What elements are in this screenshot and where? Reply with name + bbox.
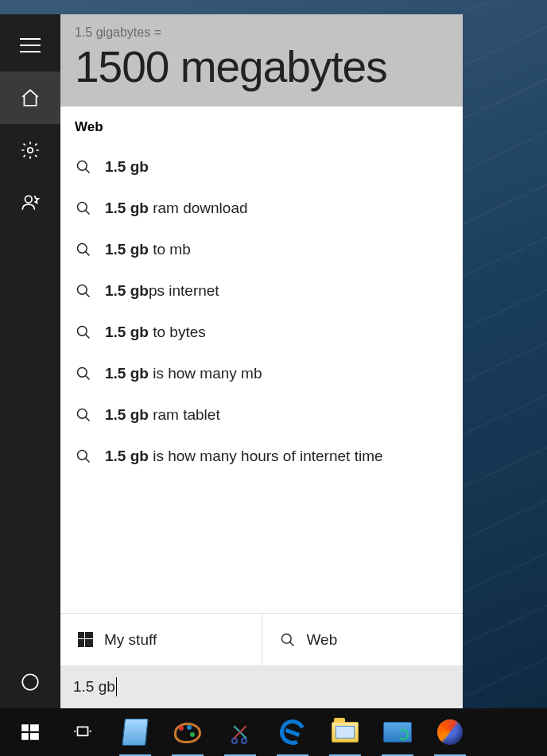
- svg-point-6: [78, 285, 87, 295]
- web-suggestions-section: Web 1.5 gb1.5 gb ram download1.5 gb to m…: [60, 107, 463, 613]
- search-suggestion[interactable]: 1.5 gb ram tablet: [75, 394, 448, 436]
- scissors-icon: [228, 720, 252, 744]
- search-suggestion[interactable]: 1.5 gb: [75, 146, 448, 188]
- windows-start-icon: [20, 722, 41, 742]
- taskbar-file-explorer[interactable]: [320, 708, 370, 756]
- search-icon: [75, 282, 92, 300]
- svg-rect-12: [21, 724, 29, 731]
- taskbar-paint[interactable]: [162, 708, 213, 756]
- menu-button[interactable]: [0, 19, 60, 72]
- search-suggestion[interactable]: 1.5 gb ram download: [75, 188, 448, 229]
- hamburger-icon: [20, 38, 41, 52]
- cortana-search-panel: 1.5 gigabytes = 1500 megabytes Web 1.5 g…: [0, 14, 463, 708]
- taskbar-control-panel[interactable]: [372, 708, 423, 756]
- text-caret: [116, 677, 117, 696]
- svg-point-4: [78, 203, 87, 212]
- search-input[interactable]: 1.5 gb: [60, 665, 463, 708]
- svg-point-0: [28, 148, 33, 153]
- cortana-button[interactable]: [0, 656, 60, 708]
- taskbar-edge[interactable]: [267, 708, 318, 756]
- taskbar-snipping-tool[interactable]: [215, 708, 266, 756]
- suggestion-text: 1.5 gb ram tablet: [105, 406, 220, 424]
- answer-result-text: 1500 megabytes: [75, 41, 448, 92]
- my-stuff-label: My stuff: [104, 631, 157, 649]
- svg-point-7: [78, 327, 87, 336]
- taskbar-notepad[interactable]: [110, 708, 161, 756]
- search-icon: [75, 406, 92, 424]
- windows-icon: [78, 632, 93, 647]
- scope-row: My stuff Web: [60, 613, 463, 665]
- taskbar: [0, 708, 547, 756]
- search-suggestion[interactable]: 1.5 gb is how many mb: [75, 353, 448, 394]
- svg-point-1: [25, 196, 33, 203]
- suggestion-text: 1.5 gb is how many hours of internet tim…: [105, 448, 383, 465]
- firefox-icon: [437, 719, 463, 745]
- search-icon: [75, 200, 92, 217]
- settings-button[interactable]: [0, 124, 60, 176]
- suggestion-text: 1.5 gb to bytes: [105, 324, 206, 341]
- search-suggestion[interactable]: 1.5 gb to mb: [75, 229, 448, 270]
- web-scope-button[interactable]: Web: [262, 614, 464, 665]
- svg-rect-14: [21, 733, 29, 740]
- web-scope-label: Web: [307, 631, 338, 649]
- task-view-button[interactable]: [57, 708, 108, 756]
- search-icon: [75, 365, 92, 382]
- notepad-icon: [122, 719, 149, 746]
- my-stuff-button[interactable]: My stuff: [60, 614, 262, 665]
- svg-point-9: [78, 409, 87, 419]
- edge-icon: [276, 715, 308, 748]
- suggestion-text: 1.5 gb: [105, 158, 149, 176]
- suggestion-text: 1.5 gb ram download: [105, 200, 248, 217]
- suggestion-text: 1.5 gbps internet: [105, 282, 219, 300]
- feedback-icon: [20, 192, 41, 213]
- svg-point-8: [78, 368, 87, 378]
- search-input-value: 1.5 gb: [73, 678, 115, 696]
- answer-query-text: 1.5 gigabytes =: [75, 25, 448, 40]
- taskbar-firefox[interactable]: [425, 708, 475, 756]
- home-icon: [20, 87, 41, 108]
- answer-card: 1.5 gigabytes = 1500 megabytes: [60, 14, 463, 107]
- search-icon: [75, 448, 92, 465]
- search-icon: [75, 158, 92, 176]
- suggestion-text: 1.5 gb is how many mb: [105, 365, 262, 382]
- search-suggestion[interactable]: 1.5 gb is how many hours of internet tim…: [75, 436, 448, 477]
- search-suggestion[interactable]: 1.5 gbps internet: [75, 270, 448, 312]
- svg-point-2: [22, 674, 38, 690]
- search-sidebar: [0, 14, 60, 708]
- task-view-icon: [72, 722, 93, 742]
- feedback-button[interactable]: [0, 176, 60, 229]
- suggestions-list: 1.5 gb1.5 gb ram download1.5 gb to mb1.5…: [75, 146, 448, 477]
- start-button[interactable]: [5, 708, 56, 756]
- svg-point-5: [78, 244, 87, 254]
- search-icon: [75, 241, 92, 258]
- svg-point-3: [78, 161, 87, 171]
- search-icon: [280, 632, 296, 648]
- svg-point-10: [78, 451, 87, 460]
- control-panel-icon: [383, 722, 412, 742]
- web-heading: Web: [75, 119, 448, 135]
- cortana-icon: [20, 672, 41, 692]
- folder-icon: [332, 722, 359, 742]
- svg-rect-13: [30, 724, 39, 731]
- search-main: 1.5 gigabytes = 1500 megabytes Web 1.5 g…: [60, 14, 463, 708]
- svg-rect-16: [78, 727, 88, 736]
- suggestion-text: 1.5 gb to mb: [105, 241, 191, 258]
- paint-icon: [174, 721, 201, 743]
- search-icon: [75, 324, 92, 341]
- gear-icon: [20, 140, 41, 161]
- search-suggestion[interactable]: 1.5 gb to bytes: [75, 312, 448, 353]
- svg-rect-15: [30, 733, 39, 740]
- svg-point-11: [281, 634, 291, 643]
- home-button[interactable]: [0, 72, 60, 124]
